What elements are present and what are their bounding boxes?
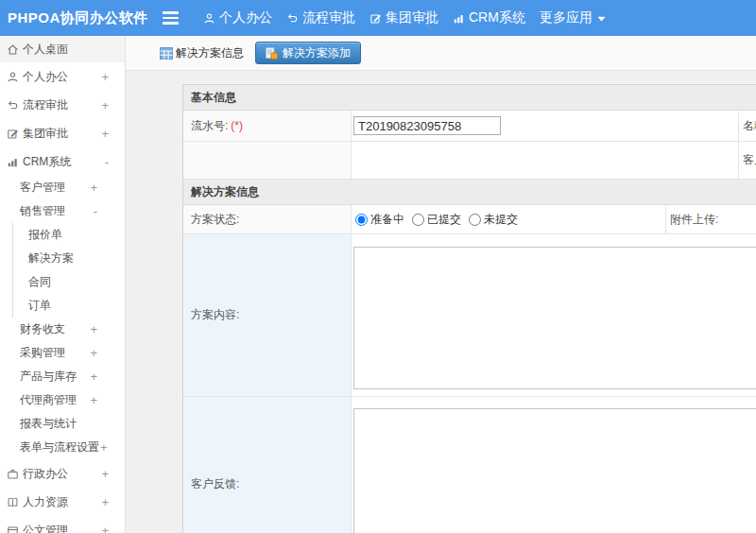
- feedback-label-cell: 客户反馈:: [183, 397, 352, 533]
- required-marker: (*): [231, 119, 243, 132]
- nav-item-process-approval[interactable]: 流程审批: [286, 9, 355, 26]
- sidebar-subtree: 报价单解决方案合同订单: [12, 223, 125, 318]
- process-icon: [286, 12, 299, 25]
- tab-solution-info[interactable]: 解决方案信息: [160, 45, 244, 61]
- sidebar-item-label: 集团审批: [23, 126, 68, 142]
- chart-icon: [453, 12, 465, 25]
- expand-icon[interactable]: +: [90, 370, 97, 384]
- book-icon: [7, 496, 20, 508]
- home-icon: [7, 43, 20, 56]
- nav-item-label: 流程审批: [302, 9, 355, 26]
- sidebar-item-label: 订单: [28, 298, 51, 314]
- grid-icon: [160, 47, 173, 60]
- sidebar-item-label: 合同: [28, 274, 51, 290]
- nav-item-more-apps[interactable]: 更多应用: [540, 9, 606, 26]
- sidebar-item-group-approval[interactable]: 集团审批+: [0, 119, 125, 147]
- status-row: 方案状态: 准备中 已提交 未提交 附件上传:: [183, 205, 756, 234]
- status-label: 方案状态:: [191, 212, 239, 228]
- serial-number-label: 流水号:: [191, 118, 228, 134]
- status-radio-preparing[interactable]: 准备中: [355, 212, 404, 228]
- sidebar-item-human-resources[interactable]: 人力资源+: [0, 488, 125, 516]
- status-label-cell: 方案状态:: [183, 205, 352, 233]
- tab-bar: 解决方案信息 解决方案添加: [126, 36, 756, 71]
- nav-item-label: 更多应用: [540, 9, 593, 26]
- status-radio-submitted[interactable]: 已提交: [412, 212, 461, 228]
- sidebar-item-quotation[interactable]: 报价单: [13, 223, 125, 247]
- sidebar-item-order[interactable]: 订单: [13, 294, 125, 318]
- expand-icon[interactable]: +: [100, 440, 108, 455]
- sidebar-item-admin-office[interactable]: 行政办公+: [0, 459, 125, 488]
- sidebar-item-crm-system[interactable]: CRM系统-: [0, 147, 125, 176]
- tab-solution-info-label: 解决方案信息: [176, 45, 244, 61]
- collapse-icon[interactable]: -: [105, 155, 109, 169]
- sidebar-item-contract[interactable]: 合同: [13, 270, 125, 294]
- feedback-label: 客户反馈:: [191, 476, 239, 492]
- sidebar-item-product-inventory[interactable]: 产品与库存+: [0, 365, 125, 388]
- expand-icon[interactable]: +: [101, 98, 109, 112]
- serial-number-label-cell: 流水号: (*): [183, 111, 352, 141]
- name-label: 名称: [739, 111, 756, 141]
- solution-form: 基本信息 流水号: (*) 名称 客户 解决方案信息 方案状态:: [182, 84, 756, 533]
- content-area: 解决方案信息 解决方案添加 基本信息 流水号: (*) 名称: [126, 36, 756, 533]
- name-value-row: 客户: [183, 142, 756, 180]
- nav-item-crm-system[interactable]: CRM系统: [453, 9, 525, 26]
- status-radio-preparing-label: 准备中: [370, 212, 404, 228]
- edit-icon: [369, 12, 382, 25]
- sidebar-item-agent-management[interactable]: 代理商管理+: [0, 388, 125, 412]
- content-textarea[interactable]: [353, 247, 756, 389]
- doc-icon: [7, 524, 20, 533]
- expand-icon[interactable]: +: [101, 70, 109, 84]
- sidebar-item-reports-statistics[interactable]: 报表与统计: [0, 412, 125, 436]
- feedback-textarea[interactable]: [353, 408, 756, 533]
- status-radio-unsubmitted[interactable]: 未提交: [469, 212, 518, 228]
- menu-toggle-icon[interactable]: [163, 11, 179, 25]
- user-icon: [203, 12, 215, 25]
- sidebar-item-document-management[interactable]: 公文管理+: [0, 516, 125, 533]
- status-radio-unsubmitted-input[interactable]: [469, 214, 481, 226]
- expand-icon[interactable]: +: [90, 322, 97, 336]
- briefcase-icon: [7, 468, 20, 480]
- sidebar-item-purchasing[interactable]: 采购管理+: [0, 341, 125, 365]
- sidebar-item-label: 人力资源: [23, 494, 68, 510]
- navbar-items: 个人办公流程审批集团审批CRM系统更多应用: [203, 9, 620, 26]
- expand-icon[interactable]: +: [90, 346, 97, 360]
- sidebar-item-label: 个人办公: [23, 69, 68, 85]
- nav-item-personal-office[interactable]: 个人办公: [203, 9, 272, 26]
- sidebar-item-process-approval[interactable]: 流程审批+: [0, 91, 125, 119]
- status-radio-submitted-input[interactable]: [412, 214, 424, 226]
- feedback-row: 客户反馈:: [183, 397, 756, 533]
- chart-icon: [7, 156, 20, 168]
- add-solution-button[interactable]: 解决方案添加: [255, 42, 361, 64]
- sidebar-item-label: CRM系统: [23, 154, 71, 170]
- expand-icon[interactable]: +: [90, 393, 97, 407]
- expand-icon[interactable]: +: [101, 495, 109, 509]
- empty-field-cell: [352, 142, 739, 179]
- expand-icon[interactable]: +: [90, 181, 97, 195]
- serial-number-input[interactable]: [353, 116, 501, 135]
- section-solution-info: 解决方案信息: [183, 180, 756, 205]
- sidebar-item-label: 客户管理: [20, 180, 65, 196]
- status-radio-preparing-input[interactable]: [355, 214, 368, 226]
- sidebar-item-label: 流程审批: [23, 97, 68, 113]
- sidebar-item-label: 报表与统计: [20, 416, 77, 432]
- sidebar-item-label: 行政办公: [23, 466, 68, 482]
- content-label-cell: 方案内容:: [183, 234, 352, 396]
- sidebar-item-personal-desktop[interactable]: 个人桌面: [0, 36, 125, 62]
- sidebar-item-finance[interactable]: 财务收支+: [0, 318, 125, 341]
- user-icon: [7, 71, 20, 83]
- sidebar-item-customer-management[interactable]: 客户管理+: [0, 176, 125, 199]
- sidebar-item-solution[interactable]: 解决方案: [13, 247, 125, 270]
- expand-icon[interactable]: +: [101, 127, 109, 141]
- sidebar-item-form-flow-settings[interactable]: 表单与流程设置+: [0, 436, 125, 459]
- sidebar-item-sales-management[interactable]: 销售管理-: [0, 199, 125, 223]
- nav-item-label: 集团审批: [386, 9, 438, 26]
- sidebar-item-personal-office[interactable]: 个人办公+: [0, 62, 125, 91]
- customer-label: 客户: [739, 142, 756, 179]
- empty-label-cell: [183, 142, 352, 179]
- expand-icon[interactable]: +: [101, 524, 109, 533]
- nav-item-group-approval[interactable]: 集团审批: [369, 9, 438, 26]
- sidebar-item-label: 个人桌面: [23, 42, 68, 58]
- status-field-cell: 准备中 已提交 未提交: [352, 205, 666, 233]
- collapse-icon[interactable]: -: [94, 204, 97, 218]
- expand-icon[interactable]: +: [101, 467, 109, 481]
